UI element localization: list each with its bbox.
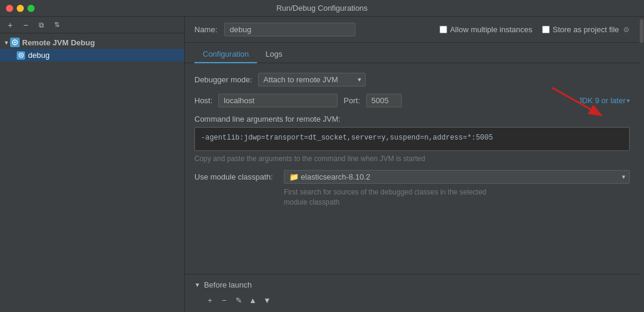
sidebar-group-remote-jvm[interactable]: ▾ Remote JVM Debug [0,36,184,49]
right-panel: Name: Allow multiple instances Store as … [185,17,644,312]
host-label: Host: [194,96,212,105]
close-button[interactable] [6,5,13,12]
remove-config-button[interactable]: − [19,18,32,32]
before-launch-remove-button[interactable]: − [218,294,230,306]
cmdline-label: Command line arguments for remote JVM: [194,115,340,123]
tab-configuration[interactable]: Configuration [194,46,257,63]
jdk-link[interactable]: JDK 9 or later ▾ [578,96,630,105]
content-panel: Name: Allow multiple instances Store as … [185,17,639,312]
title-bar: Run/Debug Configurations [0,0,644,17]
sidebar-group-label: Remote JVM Debug [22,38,95,47]
debug-config-icon [17,51,25,60]
store-as-project-checkbox-item[interactable]: Store as project file ⚙ [542,25,630,34]
minimize-button[interactable] [17,5,24,12]
cmdline-hint: Copy and paste the arguments to the comm… [194,155,630,163]
allow-multiple-checkbox-item[interactable]: Allow multiple instances [439,25,532,34]
main-layout: + − ⧉ ⇅ ▾ Remote JVM Debug [0,17,644,312]
copy-icon: ⧉ [39,21,44,29]
module-classpath-label: Use module classpath: [194,172,278,181]
port-label: Port: [343,96,360,105]
module-select-wrapper: 📁 elasticsearch-8.10.2 [284,170,630,184]
host-input[interactable] [218,94,338,107]
header-checkboxes: Allow multiple instances Store as projec… [439,25,630,34]
debugger-mode-select[interactable]: Attach to remote JVM Listen to remote JV… [258,73,366,87]
sidebar-item-label: debug [28,51,49,60]
before-launch-toolbar: + − ✎ ▲ ▼ [194,294,630,306]
svg-point-1 [14,42,16,44]
before-launch-up-button[interactable]: ▲ [247,294,259,306]
before-launch-section: ▼ Before launch + − ✎ ▲ ▼ [185,274,639,312]
tabs-bar: Configuration Logs [185,43,639,63]
sidebar-item-debug[interactable]: debug [0,49,184,61]
store-as-project-checkbox[interactable] [542,26,550,33]
sidebar-tree: ▾ Remote JVM Debug debug [0,33,184,312]
cmdline-box: -agentlib:jdwp=transport=dt_socket,serve… [194,127,630,151]
before-launch-header[interactable]: ▼ Before launch [194,280,630,289]
name-input[interactable] [224,23,355,36]
port-input[interactable] [366,94,402,107]
sort-config-button[interactable]: ⇅ [50,18,63,32]
debugger-mode-row: Debugger mode: Attach to remote JVM List… [194,73,630,87]
chevron-down-icon: ▾ [5,39,8,46]
main-scrollbar[interactable] [639,17,644,312]
window-title: Run/Debug Configurations [276,4,367,13]
tab-logs[interactable]: Logs [257,46,290,63]
minus-icon: − [23,20,28,30]
scrollbar-thumb [640,19,643,43]
debugger-mode-select-wrapper: Attach to remote JVM Listen to remote JV… [258,73,366,87]
cmdline-label-row: Command line arguments for remote JVM: [194,115,630,123]
copy-config-button[interactable]: ⧉ [35,18,48,32]
cmdline-section: Command line arguments for remote JVM: -… [194,115,630,163]
sort-icon: ⇅ [54,21,60,29]
svg-point-3 [20,54,21,55]
add-config-button[interactable]: + [4,18,17,32]
allow-multiple-checkbox[interactable] [439,26,447,33]
config-header: Name: Allow multiple instances Store as … [185,17,639,43]
before-launch-add-button[interactable]: + [204,294,216,306]
maximize-button[interactable] [27,5,35,12]
module-select[interactable]: 📁 elasticsearch-8.10.2 [284,170,630,184]
name-label: Name: [194,25,217,34]
sidebar-toolbar: + − ⧉ ⇅ [0,17,184,33]
module-classpath-row: Use module classpath: 📁 elasticsearch-8.… [194,170,630,184]
remote-jvm-debug-icon [10,38,20,47]
before-launch-down-button[interactable]: ▼ [261,294,273,306]
before-launch-edit-button[interactable]: ✎ [233,294,244,306]
sidebar: + − ⧉ ⇅ ▾ Remote JVM Debug [0,17,185,312]
plus-icon: + [8,20,13,30]
chevron-down-icon: ▾ [627,97,630,104]
store-as-project-label: Store as project file [553,25,619,34]
allow-multiple-label: Allow multiple instances [450,25,532,34]
gear-icon[interactable]: ⚙ [623,26,630,34]
window-controls [6,5,35,12]
config-content: Debugger mode: Attach to remote JVM List… [185,63,639,274]
before-launch-label: Before launch [204,280,252,289]
module-hint: First search for sources of the debugged… [284,187,630,208]
host-port-row: Host: Port: JDK 9 or later ▾ [194,94,630,107]
debugger-mode-label: Debugger mode: [194,75,252,84]
triangle-icon: ▼ [194,282,200,288]
